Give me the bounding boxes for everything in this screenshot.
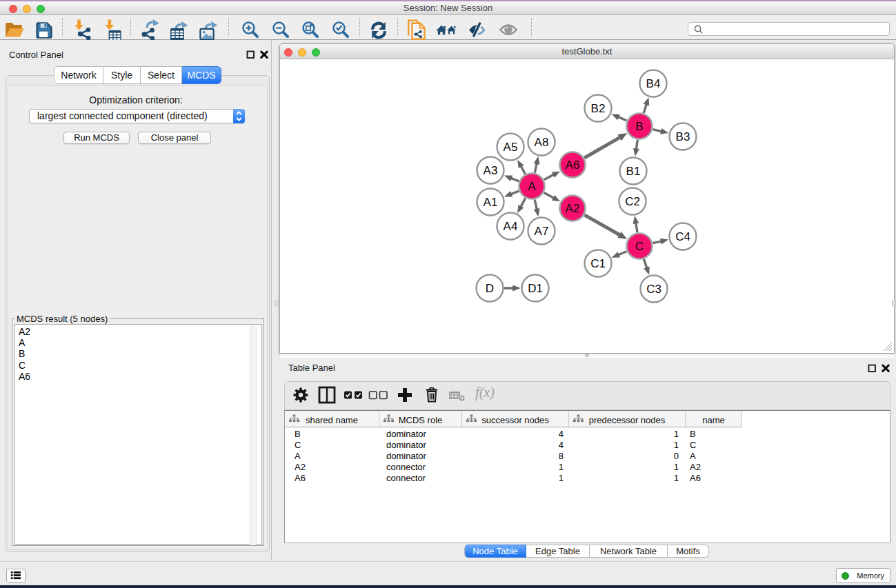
svg-text:A: A: [528, 180, 537, 193]
svg-text:A8: A8: [535, 136, 549, 149]
svg-text:A1: A1: [484, 196, 498, 209]
svg-text:A3: A3: [484, 164, 498, 177]
svg-text:A2: A2: [566, 202, 580, 215]
svg-text:A5: A5: [504, 141, 518, 154]
svg-text:C2: C2: [625, 195, 640, 208]
svg-text:C3: C3: [646, 283, 661, 296]
svg-text:C: C: [635, 240, 644, 253]
svg-text:B4: B4: [646, 77, 661, 90]
svg-text:C1: C1: [590, 257, 606, 270]
svg-text:B2: B2: [591, 102, 606, 115]
svg-text:A4: A4: [504, 220, 518, 233]
svg-text:B1: B1: [626, 165, 641, 178]
svg-text:B: B: [636, 120, 644, 133]
svg-text:A6: A6: [566, 159, 580, 172]
svg-text:A7: A7: [535, 225, 549, 238]
svg-text:D: D: [486, 282, 494, 295]
svg-text:D1: D1: [528, 282, 543, 295]
svg-text:C4: C4: [675, 230, 690, 243]
svg-text:B3: B3: [676, 130, 690, 143]
